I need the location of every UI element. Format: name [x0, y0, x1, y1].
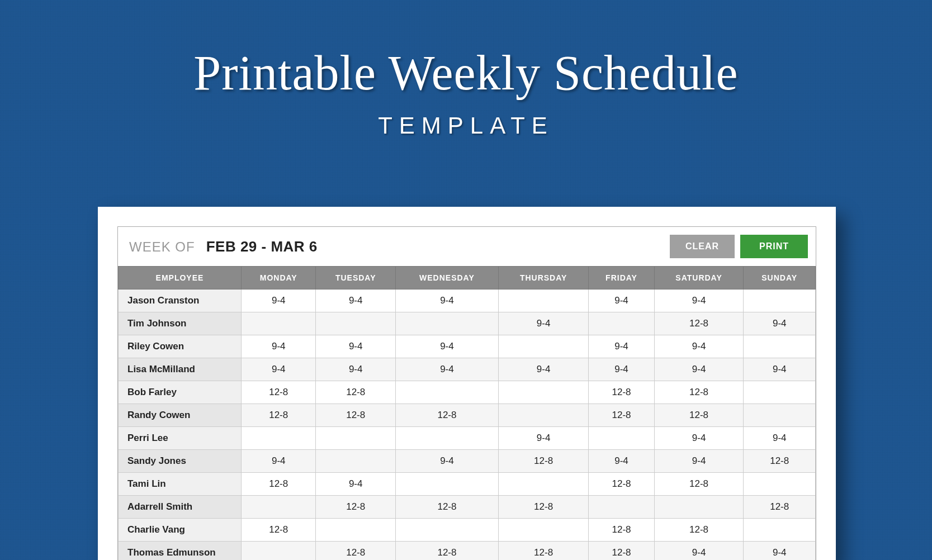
schedule-cell[interactable]: [316, 519, 395, 542]
schedule-cell[interactable]: 9-4: [316, 358, 395, 381]
schedule-cell[interactable]: 12-8: [589, 404, 654, 427]
schedule-cell[interactable]: 12-8: [589, 381, 654, 404]
employee-name-cell[interactable]: Lisa McMilland: [119, 358, 242, 381]
schedule-cell[interactable]: 9-4: [654, 427, 744, 450]
schedule-cell[interactable]: [498, 335, 588, 358]
column-header: FRIDAY: [589, 267, 654, 290]
schedule-cell[interactable]: [395, 312, 498, 335]
schedule-cell[interactable]: 9-4: [654, 542, 744, 561]
schedule-cell[interactable]: [744, 473, 816, 496]
schedule-cell[interactable]: 12-8: [242, 519, 316, 542]
employee-name-cell[interactable]: Charlie Vang: [119, 519, 242, 542]
schedule-cell[interactable]: 12-8: [498, 496, 588, 519]
schedule-cell[interactable]: [316, 450, 395, 473]
schedule-cell[interactable]: 9-4: [316, 290, 395, 312]
schedule-cell[interactable]: 9-4: [316, 473, 395, 496]
employee-name-cell[interactable]: Perri Lee: [119, 427, 242, 450]
schedule-cell[interactable]: 12-8: [316, 381, 395, 404]
schedule-cell[interactable]: [395, 427, 498, 450]
employee-name-cell[interactable]: Bob Farley: [119, 381, 242, 404]
schedule-cell[interactable]: 9-4: [242, 358, 316, 381]
schedule-cell[interactable]: 12-8: [395, 542, 498, 561]
table-row: Sandy Jones9-49-412-89-49-412-8: [119, 450, 816, 473]
schedule-cell[interactable]: [316, 427, 395, 450]
schedule-cell[interactable]: [498, 381, 588, 404]
schedule-cell[interactable]: 9-4: [744, 312, 816, 335]
schedule-cell[interactable]: [744, 519, 816, 542]
schedule-cell[interactable]: 9-4: [589, 290, 654, 312]
schedule-cell[interactable]: [589, 312, 654, 335]
schedule-cell[interactable]: 9-4: [395, 290, 498, 312]
schedule-cell[interactable]: 12-8: [242, 404, 316, 427]
schedule-cell[interactable]: [589, 427, 654, 450]
schedule-cell[interactable]: 9-4: [242, 290, 316, 312]
schedule-cell[interactable]: 12-8: [395, 496, 498, 519]
schedule-cell[interactable]: 12-8: [589, 473, 654, 496]
schedule-cell[interactable]: [744, 335, 816, 358]
schedule-cell[interactable]: 12-8: [242, 381, 316, 404]
employee-name-cell[interactable]: Tim Johnson: [119, 312, 242, 335]
employee-name-cell[interactable]: Jason Cranston: [119, 290, 242, 312]
schedule-cell[interactable]: 12-8: [589, 519, 654, 542]
schedule-cell[interactable]: [654, 496, 744, 519]
schedule-cell[interactable]: 12-8: [654, 381, 744, 404]
schedule-cell[interactable]: 12-8: [654, 473, 744, 496]
clear-button[interactable]: CLEAR: [670, 235, 735, 258]
schedule-cell[interactable]: 12-8: [744, 496, 816, 519]
schedule-cell[interactable]: 12-8: [316, 542, 395, 561]
schedule-cell[interactable]: 12-8: [316, 496, 395, 519]
schedule-cell[interactable]: [242, 496, 316, 519]
schedule-cell[interactable]: 9-4: [654, 335, 744, 358]
schedule-cell[interactable]: 9-4: [744, 358, 816, 381]
schedule-cell[interactable]: [316, 312, 395, 335]
schedule-cell[interactable]: 9-4: [589, 358, 654, 381]
employee-name-cell[interactable]: Adarrell Smith: [119, 496, 242, 519]
schedule-cell[interactable]: 9-4: [395, 358, 498, 381]
schedule-cell[interactable]: 9-4: [242, 335, 316, 358]
employee-name-cell[interactable]: Tami Lin: [119, 473, 242, 496]
schedule-cell[interactable]: [744, 404, 816, 427]
employee-name-cell[interactable]: Randy Cowen: [119, 404, 242, 427]
schedule-cell[interactable]: 9-4: [654, 290, 744, 312]
schedule-cell[interactable]: [242, 312, 316, 335]
schedule-cell[interactable]: 9-4: [654, 358, 744, 381]
schedule-cell[interactable]: 12-8: [744, 450, 816, 473]
schedule-cell[interactable]: 12-8: [498, 450, 588, 473]
schedule-cell[interactable]: [395, 473, 498, 496]
schedule-cell[interactable]: 9-4: [654, 450, 744, 473]
schedule-cell[interactable]: [498, 519, 588, 542]
schedule-cell[interactable]: 12-8: [498, 542, 588, 561]
employee-name-cell[interactable]: Sandy Jones: [119, 450, 242, 473]
schedule-cell[interactable]: [744, 381, 816, 404]
schedule-cell[interactable]: 12-8: [654, 519, 744, 542]
schedule-cell[interactable]: [395, 381, 498, 404]
schedule-cell[interactable]: 9-4: [589, 450, 654, 473]
schedule-cell[interactable]: 9-4: [242, 450, 316, 473]
schedule-cell[interactable]: 9-4: [316, 335, 395, 358]
schedule-cell[interactable]: [242, 542, 316, 561]
schedule-cell[interactable]: 9-4: [395, 335, 498, 358]
schedule-cell[interactable]: [498, 404, 588, 427]
schedule-cell[interactable]: 12-8: [654, 312, 744, 335]
schedule-cell[interactable]: 12-8: [316, 404, 395, 427]
schedule-cell[interactable]: 9-4: [498, 427, 588, 450]
schedule-cell[interactable]: 9-4: [498, 358, 588, 381]
schedule-cell[interactable]: [395, 519, 498, 542]
schedule-cell[interactable]: [242, 427, 316, 450]
print-button[interactable]: PRINT: [740, 235, 808, 258]
schedule-cell[interactable]: 12-8: [395, 404, 498, 427]
schedule-cell[interactable]: [589, 496, 654, 519]
schedule-cell[interactable]: 12-8: [589, 542, 654, 561]
schedule-cell[interactable]: 9-4: [395, 450, 498, 473]
schedule-cell[interactable]: 9-4: [744, 427, 816, 450]
schedule-cell[interactable]: 9-4: [498, 312, 588, 335]
schedule-cell[interactable]: 12-8: [242, 473, 316, 496]
schedule-cell[interactable]: [498, 473, 588, 496]
schedule-cell[interactable]: 9-4: [744, 542, 816, 561]
schedule-cell[interactable]: 12-8: [654, 404, 744, 427]
employee-name-cell[interactable]: Thomas Edmunson: [119, 542, 242, 561]
schedule-cell[interactable]: [498, 290, 588, 312]
schedule-cell[interactable]: 9-4: [589, 335, 654, 358]
schedule-cell[interactable]: [744, 290, 816, 312]
employee-name-cell[interactable]: Riley Cowen: [119, 335, 242, 358]
